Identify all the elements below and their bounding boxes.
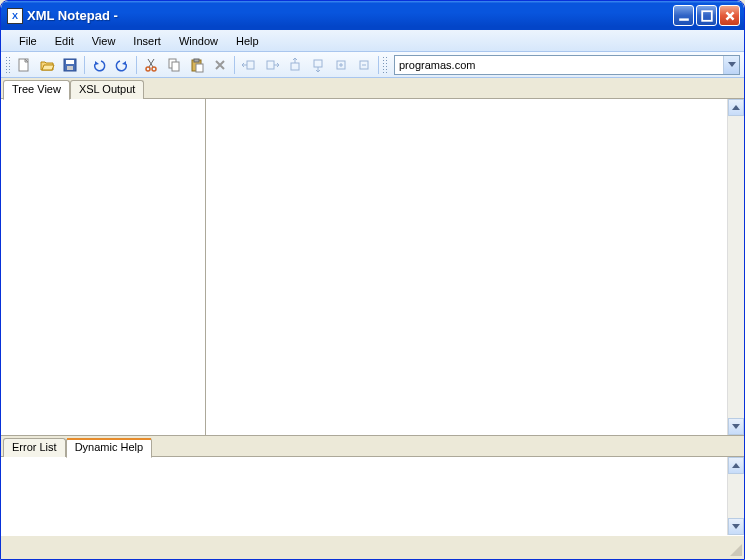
nudge-down-button[interactable] — [307, 54, 329, 76]
save-icon — [62, 57, 78, 73]
menu-edit[interactable]: Edit — [47, 32, 82, 50]
tab-tree-view[interactable]: Tree View — [3, 80, 70, 100]
collapse-icon — [356, 57, 372, 73]
svg-rect-9 — [172, 62, 179, 71]
bottom-panel — [1, 457, 744, 535]
status-bar — [1, 535, 744, 558]
menu-insert[interactable]: Insert — [125, 32, 169, 50]
address-combobox[interactable]: programas.com — [394, 55, 740, 75]
expand-icon — [333, 57, 349, 73]
nudge-down-icon — [310, 57, 326, 73]
menu-view[interactable]: View — [84, 32, 124, 50]
new-file-icon — [16, 57, 32, 73]
tab-xsl-output-label: XSL Output — [79, 83, 135, 95]
copy-icon — [166, 57, 182, 73]
window-title: XML Notepad - — [27, 8, 673, 23]
main-area — [1, 99, 744, 436]
nudge-left-button[interactable] — [238, 54, 260, 76]
svg-rect-4 — [66, 60, 74, 64]
scroll-up-button[interactable] — [728, 99, 744, 116]
svg-rect-0 — [679, 18, 689, 20]
scroll-down-button[interactable] — [728, 418, 744, 435]
tab-error-list-label: Error List — [12, 441, 57, 453]
copy-button[interactable] — [163, 54, 185, 76]
scroll-track[interactable] — [728, 474, 744, 518]
content-scrollbar[interactable] — [727, 99, 744, 435]
dynamic-help-content[interactable] — [1, 457, 727, 535]
cut-icon — [143, 57, 159, 73]
tab-error-list[interactable]: Error List — [3, 438, 66, 457]
svg-rect-1 — [702, 11, 712, 21]
undo-icon — [91, 57, 107, 73]
minimize-button[interactable] — [673, 5, 694, 26]
paste-button[interactable] — [186, 54, 208, 76]
scroll-track[interactable] — [728, 116, 744, 418]
chevron-down-icon — [728, 62, 736, 67]
svg-rect-15 — [291, 63, 299, 70]
resize-grip[interactable] — [729, 543, 742, 556]
menu-file[interactable]: File — [11, 32, 45, 50]
bottom-scrollbar[interactable] — [727, 457, 744, 535]
tab-xsl-output[interactable]: XSL Output — [70, 80, 144, 99]
toolbar: programas.com — [1, 52, 744, 78]
address-value: programas.com — [399, 59, 475, 71]
cut-button[interactable] — [140, 54, 162, 76]
window-controls — [673, 5, 740, 26]
svg-rect-13 — [247, 61, 254, 69]
content-pane — [206, 99, 744, 435]
undo-button[interactable] — [88, 54, 110, 76]
svg-rect-5 — [67, 66, 73, 70]
toolbar-grip[interactable] — [5, 56, 10, 74]
title-bar: X XML Notepad - — [1, 1, 744, 30]
menu-help[interactable]: Help — [228, 32, 267, 50]
open-folder-icon — [39, 57, 55, 73]
scroll-down-button[interactable] — [728, 518, 744, 535]
tab-dynamic-help-label: Dynamic Help — [75, 441, 143, 453]
redo-icon — [114, 57, 130, 73]
bottom-tabstrip: Error List Dynamic Help — [1, 436, 744, 457]
chevron-down-icon — [732, 524, 740, 529]
collapse-button[interactable] — [353, 54, 375, 76]
tab-dynamic-help[interactable]: Dynamic Help — [66, 438, 152, 458]
menu-window[interactable]: Window — [171, 32, 226, 50]
nudge-left-icon — [241, 57, 257, 73]
chevron-up-icon — [732, 463, 740, 468]
delete-button[interactable] — [209, 54, 231, 76]
chevron-up-icon — [732, 105, 740, 110]
content-editor[interactable] — [206, 99, 727, 435]
svg-rect-11 — [194, 59, 199, 62]
top-tabstrip: Tree View XSL Output — [1, 78, 744, 99]
save-button[interactable] — [59, 54, 81, 76]
tree-pane[interactable] — [1, 99, 206, 435]
redo-button[interactable] — [111, 54, 133, 76]
svg-point-6 — [146, 67, 150, 71]
nudge-up-icon — [287, 57, 303, 73]
paste-icon — [189, 57, 205, 73]
maximize-button[interactable] — [696, 5, 717, 26]
nudge-right-icon — [264, 57, 280, 73]
close-button[interactable] — [719, 5, 740, 26]
scroll-up-button[interactable] — [728, 457, 744, 474]
open-button[interactable] — [36, 54, 58, 76]
svg-rect-16 — [314, 60, 322, 67]
new-button[interactable] — [13, 54, 35, 76]
address-dropdown-button[interactable] — [723, 56, 739, 74]
nudge-right-button[interactable] — [261, 54, 283, 76]
tab-tree-view-label: Tree View — [12, 83, 61, 95]
svg-point-7 — [152, 67, 156, 71]
delete-icon — [212, 57, 228, 73]
menu-bar: File Edit View Insert Window Help — [1, 30, 744, 52]
chevron-down-icon — [732, 424, 740, 429]
app-icon: X — [7, 8, 23, 24]
svg-rect-14 — [267, 61, 274, 69]
svg-rect-12 — [196, 64, 203, 72]
nudge-up-button[interactable] — [284, 54, 306, 76]
toolbar-grip-2[interactable] — [382, 56, 387, 74]
expand-button[interactable] — [330, 54, 352, 76]
